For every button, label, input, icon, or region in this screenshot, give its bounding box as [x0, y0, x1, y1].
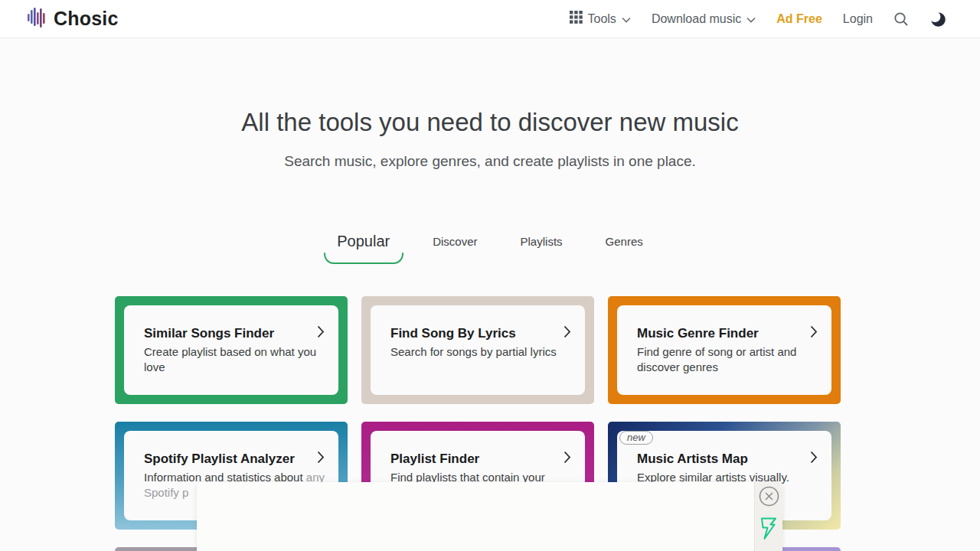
card-title: Spotify Playlist Analyzer	[144, 452, 295, 467]
chevron-down-icon	[746, 12, 756, 26]
nav-menu: Tools Download music Ad Free Login	[570, 11, 946, 28]
ad-banner	[197, 482, 782, 551]
card-description: Search for songs by partial lyrics	[390, 344, 571, 360]
chevron-right-icon	[810, 325, 818, 341]
card-music-genre-finder[interactable]: Music Genre Finder Find genre of song or…	[608, 296, 841, 404]
card-title: Music Genre Finder	[637, 326, 759, 341]
chevron-right-icon	[317, 325, 325, 341]
hero-section: All the tools you need to discover new m…	[0, 108, 980, 170]
tab-popular[interactable]: Popular	[335, 230, 391, 253]
waveform-logo-icon	[28, 6, 47, 32]
tab-genres-label: Genres	[606, 235, 643, 248]
tab-playlists-label: Playlists	[521, 235, 563, 248]
search-icon[interactable]	[893, 11, 909, 27]
nav-login-label: Login	[843, 12, 873, 26]
freestar-icon[interactable]	[760, 517, 778, 540]
top-navbar: Chosic Tools Download music Ad Free	[0, 0, 980, 38]
tab-genres[interactable]: Genres	[604, 232, 645, 251]
tab-popular-label: Popular	[337, 233, 390, 249]
card-title: Playlist Finder	[390, 452, 479, 467]
card-body: Similar Songs Finder Create playlist bas…	[124, 305, 338, 395]
card-description: Find genre of song or artist and discove…	[637, 344, 818, 375]
tab-playlists[interactable]: Playlists	[519, 232, 564, 251]
new-badge: new	[619, 431, 653, 445]
ad-content-slot[interactable]	[197, 482, 754, 551]
chosic-logo[interactable]: Chosic	[28, 6, 119, 32]
ad-close-icon[interactable]	[759, 486, 779, 507]
card-similar-songs-finder[interactable]: Similar Songs Finder Create playlist bas…	[115, 296, 348, 404]
card-body: Music Genre Finder Find genre of song or…	[617, 305, 831, 395]
nav-ad-free-label: Ad Free	[776, 12, 822, 26]
card-description: Create playlist based on what you love	[144, 344, 325, 375]
tab-discover[interactable]: Discover	[431, 232, 479, 251]
nav-download-music[interactable]: Download music	[652, 12, 756, 26]
card-body: Find Song By Lyrics Search for songs by …	[371, 305, 585, 395]
brand-name: Chosic	[54, 8, 119, 30]
chevron-right-icon	[317, 451, 325, 467]
card-find-song-by-lyrics[interactable]: Find Song By Lyrics Search for songs by …	[361, 296, 594, 404]
category-tabs: Popular Discover Playlists Genres	[0, 224, 980, 258]
grid-icon	[570, 11, 583, 27]
nav-login[interactable]: Login	[843, 12, 873, 26]
card-title: Music Artists Map	[637, 452, 748, 467]
page-title: All the tools you need to discover new m…	[0, 108, 980, 137]
chevron-right-icon	[564, 325, 571, 341]
nav-tools-label: Tools	[588, 12, 616, 26]
chevron-right-icon	[810, 451, 818, 467]
nav-ad-free[interactable]: Ad Free	[776, 12, 822, 26]
tab-discover-label: Discover	[433, 235, 477, 248]
ad-controls	[754, 482, 782, 551]
nav-tools[interactable]: Tools	[570, 11, 631, 27]
card-title: Similar Songs Finder	[144, 326, 274, 341]
active-tab-underline	[324, 252, 403, 264]
chevron-down-icon	[622, 12, 631, 26]
nav-download-label: Download music	[652, 12, 741, 26]
dark-mode-moon-icon[interactable]	[929, 11, 946, 28]
card-title: Find Song By Lyrics	[390, 326, 516, 341]
page-subtitle: Search music, explore genres, and create…	[0, 153, 980, 170]
chevron-right-icon	[564, 451, 571, 467]
